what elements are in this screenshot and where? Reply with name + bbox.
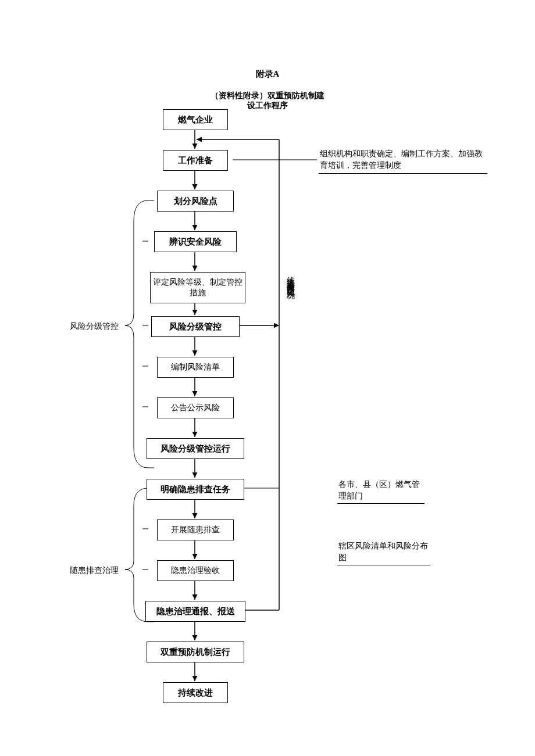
node-publicize-risk: 公告公示风险 — [157, 397, 234, 418]
vertical-info-system-label: 线上线下相融合的信息化系统 — [285, 270, 295, 285]
annotation-org-responsibility: 组织机构和职责确定、编制工作方案、加强教育培训，完善管理制度 — [320, 148, 483, 171]
node-compile-risk-list: 编制风险清单 — [157, 357, 234, 378]
node-conduct-hazard-check: 开展随患排查 — [157, 519, 234, 540]
node-divide-risk-points: 划分风险点 — [157, 191, 234, 212]
node-work-prep: 工作准备 — [163, 150, 228, 171]
group-label-risk-control: 风险分级管控 — [70, 321, 119, 332]
annotation-underline-1 — [319, 173, 487, 174]
group-label-hazard-investigation: 随患排查治理 — [70, 565, 119, 576]
node-hazard-treatment-accept: 隐患治理验收 — [157, 560, 234, 581]
node-identify-safety-risk: 辨识安全风险 — [154, 231, 237, 252]
node-risk-control-operation: 风险分级管控运行 — [147, 438, 244, 459]
node-risk-grade-control: 风险分级管控 — [151, 316, 240, 337]
annotation-underline-2 — [337, 503, 425, 504]
node-define-hazard-tasks: 明确隐患排查任务 — [147, 479, 244, 500]
node-dual-prevention-operation: 双重预防机制运行 — [147, 642, 244, 662]
node-continuous-improvement: 持续改进 — [163, 682, 228, 703]
annotation-city-county-dept: 各市、县（区）燃气管理部门 — [338, 479, 426, 501]
annotation-district-risk-list: 辖区风险清单和风险分布图 — [338, 540, 431, 563]
connectors-layer — [0, 0, 535, 756]
node-hazard-report: 隐患治理通报、报送 — [145, 601, 245, 622]
annotation-underline-3 — [337, 565, 430, 565]
node-evaluate-risk-level: 评定风险等级、制定管控措施 — [150, 272, 245, 303]
node-gas-enterprise: 燃气企业 — [163, 109, 228, 130]
